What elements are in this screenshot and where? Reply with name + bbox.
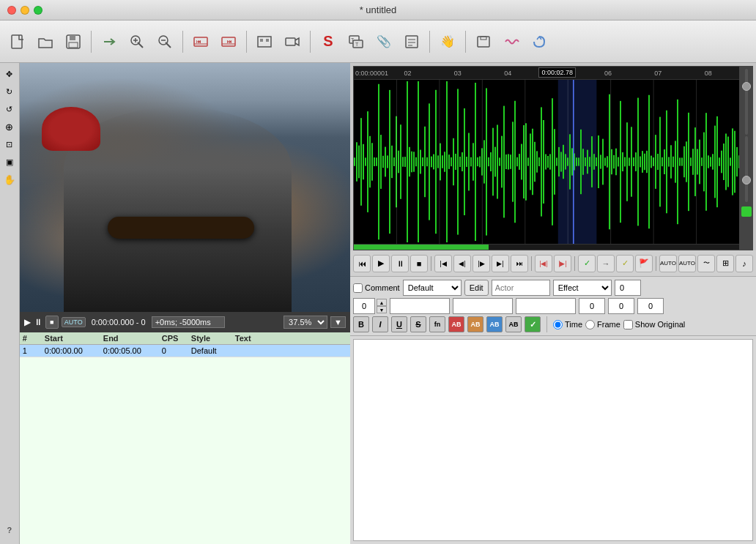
fn-button[interactable]: fn xyxy=(429,316,445,332)
time-radio-label[interactable]: Time xyxy=(553,320,582,329)
subtitle-list[interactable]: 1 0:00:00.00 0:00:05.00 0 Default xyxy=(20,345,350,544)
translate-button[interactable]: TT xyxy=(343,29,369,55)
slider-thumb-1[interactable] xyxy=(742,82,751,91)
time-end-input[interactable]: 0:00:05.00 xyxy=(453,298,513,314)
film-camera-button[interactable] xyxy=(279,29,305,55)
open-button[interactable] xyxy=(32,29,59,55)
move-tool[interactable]: ✥ xyxy=(1,66,18,82)
spin-down[interactable]: ▼ xyxy=(377,306,387,313)
filmstrip-button[interactable] xyxy=(251,29,278,55)
crop-tool[interactable]: ⊡ xyxy=(1,136,18,152)
transport-pause[interactable]: ⏸ xyxy=(391,255,409,272)
color-ab4-button[interactable]: AB xyxy=(505,316,522,332)
commit-button[interactable]: ✓ xyxy=(525,316,541,332)
transport-auto2[interactable]: AUTO xyxy=(678,255,696,272)
time-radio[interactable] xyxy=(553,320,563,329)
sub-next-button[interactable]: ⏭ xyxy=(215,29,242,55)
main-area: ✥ ↻ ↺ ⊕ ⊡ ▣ ✋ ? ▶ ⏸ ■ AUTO 0:00:00.000 -… xyxy=(0,63,756,544)
style-dropdown[interactable]: Default xyxy=(403,280,462,296)
transport-rewind[interactable]: ⏮ xyxy=(353,255,371,272)
comment-checkbox-label[interactable]: Comment xyxy=(353,283,400,293)
transport-grid[interactable]: ⊞ xyxy=(716,255,734,272)
zoom-in-button[interactable] xyxy=(124,29,150,55)
slider-thumb-2[interactable] xyxy=(742,176,751,185)
pause-btn[interactable]: ⏸ xyxy=(34,317,42,327)
transport-sub-start[interactable]: |◀| xyxy=(535,255,552,272)
arrow-button[interactable] xyxy=(96,29,122,55)
time-start-input[interactable]: 0:00:00.00 xyxy=(390,298,450,314)
edit-style-button[interactable]: Edit xyxy=(464,280,489,296)
show-original-checkbox[interactable] xyxy=(623,320,633,329)
field2-input[interactable] xyxy=(608,298,634,314)
close-button[interactable] xyxy=(7,6,16,15)
volume-slider-1[interactable] xyxy=(741,69,752,135)
spin-up[interactable]: ▲ xyxy=(377,299,387,306)
title-bar: * untitled xyxy=(0,0,756,21)
color-ab1-button[interactable]: AB xyxy=(448,316,464,332)
delay-input[interactable] xyxy=(152,316,225,328)
transport-waveform[interactable]: 〜 xyxy=(697,255,715,272)
zoom-out-button[interactable] xyxy=(152,29,178,55)
transport-arrow-right[interactable]: → xyxy=(597,255,615,272)
italic-button[interactable]: I xyxy=(372,316,388,332)
spellcheck-button[interactable]: S xyxy=(315,29,341,55)
minimize-button[interactable] xyxy=(21,6,29,15)
select-tool[interactable]: ▣ xyxy=(1,154,18,170)
color-ab3-button[interactable]: AB xyxy=(486,316,503,332)
transport-stop[interactable]: ■ xyxy=(410,255,428,272)
pan-tool[interactable]: ✋ xyxy=(1,171,18,187)
attachment-button[interactable]: 📎 xyxy=(371,29,397,55)
subtitle-number[interactable] xyxy=(353,298,375,314)
subtitle-text-editor[interactable] xyxy=(353,339,753,541)
transport-accept-yellow[interactable]: ✓ xyxy=(616,255,634,272)
extra-button[interactable] xyxy=(526,29,552,55)
rotate-ccw-tool[interactable]: ↺ xyxy=(1,101,18,117)
stop-btn[interactable]: ■ xyxy=(45,316,59,329)
transport-music[interactable]: ♪ xyxy=(735,255,753,272)
transport-auto1[interactable]: AUTO xyxy=(659,255,677,272)
audio-button[interactable] xyxy=(498,29,525,55)
volume-slider-2[interactable] xyxy=(741,136,752,202)
effect-dropdown[interactable]: Effect xyxy=(553,280,612,296)
field3-input[interactable] xyxy=(637,298,664,314)
save-button[interactable] xyxy=(60,29,86,55)
effect-number[interactable] xyxy=(615,280,641,296)
transport-sub-end[interactable]: |▶| xyxy=(554,255,571,272)
new-button[interactable] xyxy=(4,29,31,55)
transport-play[interactable]: ▶ xyxy=(372,255,390,272)
bold-button[interactable]: B xyxy=(353,316,369,332)
transport-next-frame[interactable]: ▶| xyxy=(492,255,509,272)
zoom-dropdown[interactable]: 37.5% xyxy=(284,316,327,329)
maximize-button[interactable] xyxy=(34,6,42,15)
waveform-green-btn[interactable] xyxy=(741,206,752,217)
zoom-expand-btn[interactable]: ▼ xyxy=(330,316,346,328)
zoom-tool[interactable]: ⊕ xyxy=(1,119,18,135)
row-style: Default xyxy=(191,346,235,355)
actor-input[interactable] xyxy=(492,280,550,296)
underline-button[interactable]: U xyxy=(391,316,407,332)
color-ab2-button[interactable]: AB xyxy=(467,316,483,332)
transport-accept-green[interactable]: ✓ xyxy=(578,255,596,272)
frame-radio[interactable] xyxy=(585,320,595,329)
transport-flag[interactable]: 🚩 xyxy=(635,255,653,272)
rotate-cw-tool[interactable]: ↻ xyxy=(1,83,18,100)
strikethrough-button[interactable]: S xyxy=(410,316,426,332)
show-original-label[interactable]: Show Original xyxy=(623,320,685,329)
duration-input[interactable]: 0:00:05.00 xyxy=(516,298,576,314)
sub-prev-button[interactable]: ⏮ xyxy=(188,29,214,55)
transport-prev-frame[interactable]: |◀ xyxy=(434,255,452,272)
frame-radio-label[interactable]: Frame xyxy=(585,320,620,329)
transport-prev[interactable]: ◀| xyxy=(453,255,471,272)
gesture-button[interactable]: 👋 xyxy=(434,29,461,55)
notes-button[interactable] xyxy=(399,29,425,55)
settings-button[interactable] xyxy=(470,29,497,55)
play-btn[interactable]: ▶ xyxy=(24,317,31,327)
table-row[interactable]: 1 0:00:00.00 0:00:05.00 0 Default xyxy=(20,345,350,357)
transport-next[interactable]: |▶ xyxy=(472,255,490,272)
transport-end[interactable]: ⏭ xyxy=(511,255,528,272)
comment-checkbox[interactable] xyxy=(353,283,363,293)
auto-btn[interactable]: AUTO xyxy=(62,317,86,327)
field1-input[interactable] xyxy=(579,298,605,314)
help-tool[interactable]: ? xyxy=(1,522,18,538)
col-num: # xyxy=(23,334,45,343)
